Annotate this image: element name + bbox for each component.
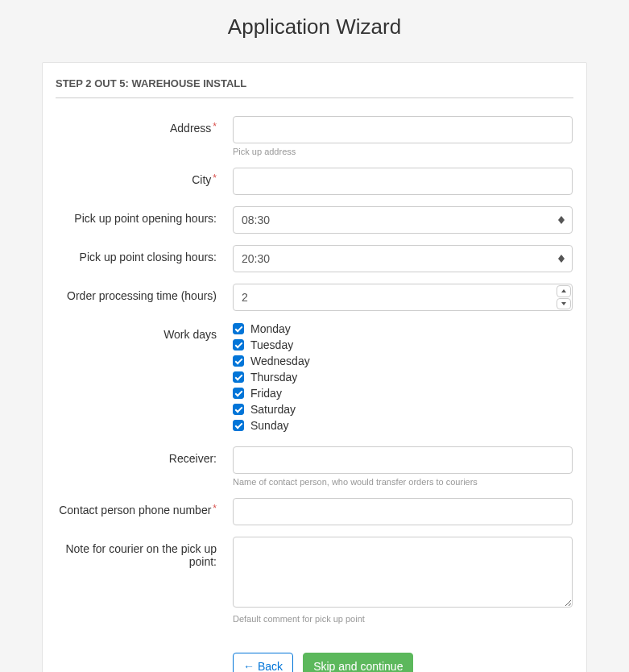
- processing-time-input[interactable]: [233, 284, 573, 311]
- address-input[interactable]: [233, 116, 573, 143]
- button-row: ←Back Skip and continue: [56, 653, 573, 672]
- work-day-checkbox[interactable]: [233, 323, 244, 334]
- note-help: Default comment for pick up point: [233, 614, 573, 624]
- work-day-row: Thursday: [233, 371, 573, 384]
- note-textarea[interactable]: [233, 537, 573, 608]
- back-button[interactable]: ←Back: [233, 653, 293, 672]
- label-note: Note for courier on the pick up point:: [56, 537, 233, 568]
- work-day-checkbox[interactable]: [233, 388, 244, 399]
- label-contact-phone: Contact person phone number*: [56, 498, 233, 516]
- work-day-label: Sunday: [250, 419, 288, 432]
- label-opening-hours: Pick up point opening hours:: [56, 206, 233, 225]
- work-day-label: Monday: [250, 322, 291, 335]
- work-day-checkbox[interactable]: [233, 355, 244, 367]
- work-day-row: Monday: [233, 322, 573, 335]
- field-work-days: Work days MondayTuesdayWednesdayThursday…: [56, 322, 573, 435]
- label-city: City*: [56, 168, 233, 186]
- field-closing-hours: Pick up point closing hours: 20:30: [56, 245, 573, 272]
- label-work-days: Work days: [56, 322, 233, 341]
- work-day-checkbox[interactable]: [233, 404, 244, 415]
- required-asterisk: *: [213, 121, 217, 132]
- label-processing-time: Order processing time (hours): [56, 284, 233, 302]
- work-day-row: Sunday: [233, 419, 573, 432]
- stepper-up-button[interactable]: [557, 285, 571, 297]
- field-address: Address* Pick up address: [56, 116, 573, 156]
- work-day-row: Tuesday: [233, 338, 573, 351]
- arrow-left-icon: ←: [243, 660, 254, 672]
- field-note: Note for courier on the pick up point: D…: [56, 537, 573, 624]
- receiver-input[interactable]: [233, 446, 573, 474]
- work-day-row: Friday: [233, 387, 573, 400]
- work-day-row: Wednesday: [233, 355, 573, 367]
- label-receiver: Receiver:: [56, 446, 233, 465]
- wizard-card: STEP 2 OUT 5: WAREHOUSE INSTALL Address*…: [42, 62, 587, 672]
- work-day-checkbox[interactable]: [233, 420, 244, 431]
- work-day-label: Thursday: [250, 371, 297, 384]
- work-day-label: Tuesday: [250, 338, 293, 351]
- required-asterisk: *: [213, 172, 217, 184]
- quantity-stepper: [557, 285, 571, 309]
- field-receiver: Receiver: Name of contact person, who wo…: [56, 446, 573, 487]
- field-contact-phone: Contact person phone number*: [56, 498, 573, 525]
- opening-hours-select[interactable]: 08:30: [233, 206, 573, 234]
- city-input[interactable]: [233, 168, 573, 195]
- stepper-down-button[interactable]: [557, 298, 571, 310]
- work-day-checkbox[interactable]: [233, 371, 244, 383]
- receiver-help: Name of contact person, who would transf…: [233, 477, 573, 487]
- field-processing-time: Order processing time (hours): [56, 284, 573, 311]
- work-day-label: Friday: [250, 387, 282, 400]
- work-day-checkbox[interactable]: [233, 339, 244, 351]
- back-button-label: Back: [258, 660, 283, 672]
- work-days-list: MondayTuesdayWednesdayThursdayFridaySatu…: [233, 322, 573, 435]
- field-city: City*: [56, 168, 573, 195]
- chevron-down-icon: [561, 302, 566, 305]
- step-header: STEP 2 OUT 5: WAREHOUSE INSTALL: [56, 77, 573, 98]
- page-title: Application Wizard: [0, 0, 629, 62]
- work-day-label: Saturday: [250, 403, 296, 416]
- work-day-row: Saturday: [233, 403, 573, 416]
- label-city-text: City: [192, 173, 211, 186]
- label-closing-hours: Pick up point closing hours:: [56, 245, 233, 263]
- label-address: Address*: [56, 116, 233, 135]
- address-help: Pick up address: [233, 147, 573, 156]
- contact-phone-input[interactable]: [233, 498, 573, 525]
- closing-hours-select[interactable]: 20:30: [233, 245, 573, 272]
- required-asterisk: *: [213, 503, 217, 514]
- label-contact-phone-text: Contact person phone number: [59, 504, 211, 516]
- label-address-text: Address: [170, 122, 211, 135]
- field-opening-hours: Pick up point opening hours: 08:30: [56, 206, 573, 234]
- chevron-up-icon: [561, 289, 566, 292]
- skip-continue-button[interactable]: Skip and continue: [303, 653, 413, 672]
- work-day-label: Wednesday: [250, 355, 310, 367]
